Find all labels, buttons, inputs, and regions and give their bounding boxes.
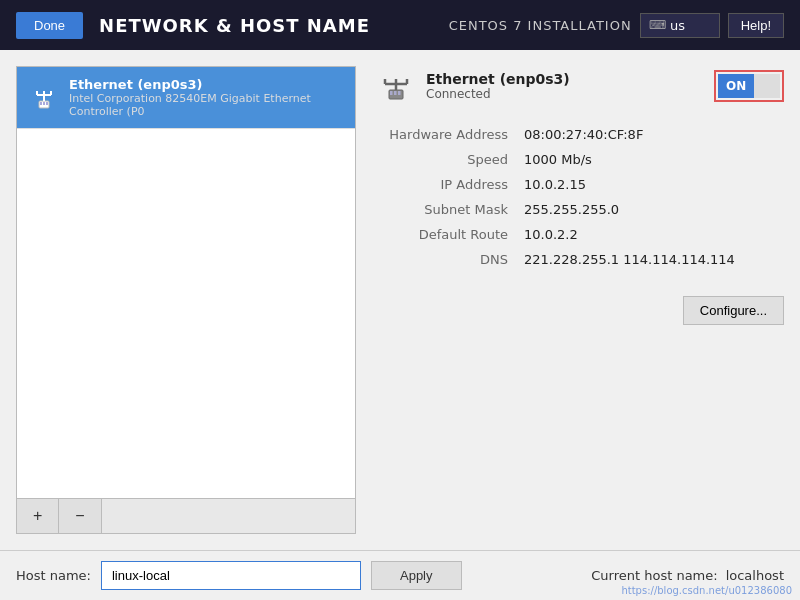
connection-toggle[interactable]: ON [714,70,784,102]
connection-name: Ethernet (enp0s3) [426,71,570,87]
connection-status: Connected [426,87,570,101]
svg-rect-10 [390,91,393,95]
connection-name-status: Ethernet (enp0s3) Connected [426,71,570,101]
hardware-address-row: Hardware Address 08:00:27:40:CF:8F [376,122,784,147]
svg-rect-12 [398,91,401,95]
configure-button[interactable]: Configure... [683,296,784,325]
done-button[interactable]: Done [16,12,83,39]
hardware-address-value: 08:00:27:40:CF:8F [516,122,784,147]
apply-button[interactable]: Apply [371,561,462,590]
toggle-off-area [754,74,780,98]
page-title: NETWORK & HOST NAME [99,15,370,36]
speed-row: Speed 1000 Mb/s [376,147,784,172]
right-bottom: Configure... [376,296,784,325]
ip-address-value: 10.0.2.15 [516,172,784,197]
svg-rect-2 [43,102,45,105]
current-hostname-value: localhost [726,568,784,583]
left-panel: Ethernet (enp0s3) Intel Corporation 8254… [16,66,356,534]
connection-icon [376,66,416,106]
ip-address-row: IP Address 10.0.2.15 [376,172,784,197]
dns-row: DNS 221.228.255.1 114.114.114.114 [376,247,784,272]
details-table: Hardware Address 08:00:27:40:CF:8F Speed… [376,122,784,272]
panels: Ethernet (enp0s3) Intel Corporation 8254… [0,50,800,550]
keyboard-lang-selector[interactable]: ⌨ us [640,13,720,38]
subnet-mask-value: 255.255.255.0 [516,197,784,222]
subnet-mask-row: Subnet Mask 255.255.255.0 [376,197,784,222]
header-right: CENTOS 7 INSTALLATION ⌨ us Help! [449,13,784,38]
connection-info: Ethernet (enp0s3) Connected [376,66,570,106]
subnet-mask-label: Subnet Mask [376,197,516,222]
svg-rect-1 [40,102,42,105]
list-item[interactable]: Ethernet (enp0s3) Intel Corporation 8254… [17,67,355,129]
keyboard-lang-value: us [670,18,685,33]
svg-rect-11 [394,91,397,95]
hostname-label: Host name: [16,568,91,583]
header: Done NETWORK & HOST NAME CENTOS 7 INSTAL… [0,0,800,50]
default-route-row: Default Route 10.0.2.2 [376,222,784,247]
watermark: https://blog.csdn.net/u012386080 [621,585,792,596]
header-left: Done NETWORK & HOST NAME [16,12,370,39]
help-button[interactable]: Help! [728,13,784,38]
svg-rect-3 [46,102,48,105]
device-buttons: + − [16,499,356,534]
hardware-address-label: Hardware Address [376,122,516,147]
device-info: Ethernet (enp0s3) Intel Corporation 8254… [69,77,343,118]
hostname-input[interactable] [101,561,361,590]
device-name: Ethernet (enp0s3) [69,77,343,92]
add-device-button[interactable]: + [17,499,59,533]
dns-label: DNS [376,247,516,272]
ip-address-label: IP Address [376,172,516,197]
dns-value: 221.228.255.1 114.114.114.114 [516,247,784,272]
connection-header: Ethernet (enp0s3) Connected ON [376,66,784,106]
remove-device-button[interactable]: − [59,499,101,533]
speed-label: Speed [376,147,516,172]
current-hostname-label: Current host name: [591,568,717,583]
device-list: Ethernet (enp0s3) Intel Corporation 8254… [16,66,356,499]
right-panel: Ethernet (enp0s3) Connected ON Hardware … [376,66,784,534]
ethernet-icon [29,82,59,114]
keyboard-icon: ⌨ [649,18,666,32]
current-hostname-container: Current host name: localhost [591,568,784,583]
main-content: Ethernet (enp0s3) Intel Corporation 8254… [0,50,800,600]
default-route-label: Default Route [376,222,516,247]
device-description: Intel Corporation 82540EM Gigabit Ethern… [69,92,343,118]
installation-title: CENTOS 7 INSTALLATION [449,18,632,33]
toggle-on-label: ON [718,74,754,98]
speed-value: 1000 Mb/s [516,147,784,172]
default-route-value: 10.0.2.2 [516,222,784,247]
